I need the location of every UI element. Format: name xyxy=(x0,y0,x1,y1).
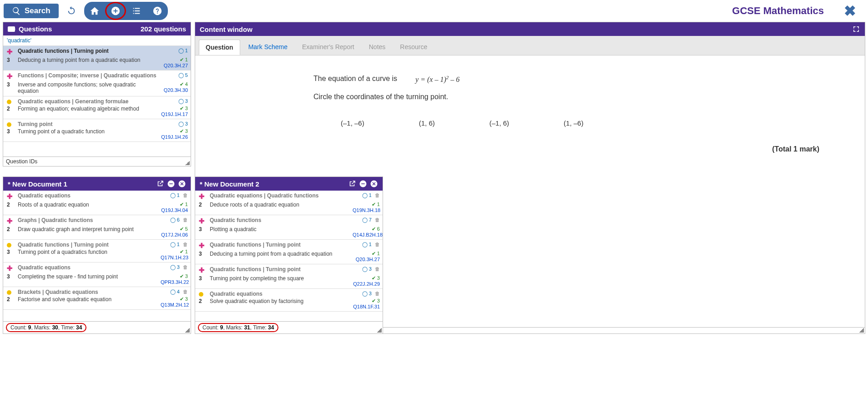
question-item[interactable]: Quadratic functions | Turning point◯ 1 🗑… xyxy=(3,240,191,263)
question-desc: Deducing a turning point from a quadrati… xyxy=(18,57,158,68)
toolbar: Search GCSE Mathematics ✖ xyxy=(0,0,868,22)
check-badge: ✔ 6 xyxy=(372,226,380,232)
search-button[interactable]: Search xyxy=(4,4,59,18)
plus-circle-icon xyxy=(111,6,121,16)
question-item[interactable]: ✚Quadratic functions◯ 7 🗑3Plotting a qua… xyxy=(195,215,383,240)
difficulty: 3 xyxy=(199,275,207,287)
question-id[interactable]: Q20.3H.27 xyxy=(164,63,188,68)
question-desc: Completing the square - find turning poi… xyxy=(18,273,158,285)
popout-icon[interactable] xyxy=(348,180,356,188)
refresh-button[interactable] xyxy=(61,2,81,20)
trash-icon[interactable]: 🗑 xyxy=(375,192,380,198)
question-item[interactable]: Turning point◯ 33Turning point of a quad… xyxy=(3,119,191,142)
expand-icon[interactable] xyxy=(852,25,860,33)
trash-icon[interactable]: 🗑 xyxy=(183,289,188,294)
question-item[interactable]: ✚Quadratic equations◯ 1 🗑2Roots of a qua… xyxy=(3,191,191,215)
close-icon[interactable] xyxy=(178,180,186,188)
question-id[interactable]: Q17N.1H.23 xyxy=(161,255,188,260)
question-title: Turning point xyxy=(18,121,158,127)
question-id[interactable]: Q19N.3H.18 xyxy=(353,207,380,213)
question-item[interactable]: Quadratic equations◯ 3 🗑2Solve quadratic… xyxy=(195,289,383,312)
close-icon[interactable] xyxy=(370,180,378,188)
question-title: Quadratic equations | Quadratic function… xyxy=(210,192,350,201)
check-badge: ✔ 1 xyxy=(180,249,188,254)
question-title: Quadratic equations xyxy=(210,291,350,297)
question-item[interactable]: ✚Quadratic equations | Quadratic functio… xyxy=(195,191,383,215)
trash-icon[interactable]: 🗑 xyxy=(375,291,380,296)
marks-badge: ◯ 7 xyxy=(362,217,372,222)
question-item[interactable]: ✚Functions | Composite; inverse | Quadra… xyxy=(3,71,191,96)
search-icon xyxy=(12,6,21,15)
question-id[interactable]: Q20.3H.27 xyxy=(356,257,380,262)
check-badge: ✔ 3 xyxy=(372,275,380,281)
check-badge: ✔ 3 xyxy=(180,273,188,279)
dot-icon xyxy=(7,122,11,127)
add-button[interactable] xyxy=(105,2,126,20)
questions-footer: Question IDs xyxy=(3,156,191,166)
trash-icon[interactable]: 🗑 xyxy=(375,266,380,272)
question-id[interactable]: Q14J.B2H.18 xyxy=(353,232,383,237)
question-title: Quadratic equations xyxy=(18,264,158,273)
question-item[interactable]: ✚Quadratic functions | Turning point◯ 13… xyxy=(3,46,191,71)
trash-icon[interactable]: 🗑 xyxy=(183,242,188,247)
marks-badge: ◯ 3 xyxy=(178,121,188,126)
trash-icon[interactable]: 🗑 xyxy=(183,264,188,270)
question-id[interactable]: QPR3.3H.22 xyxy=(161,279,189,285)
answer-option[interactable]: (1, 6) xyxy=(419,119,435,127)
questions-list: ✚Quadratic functions | Turning point◯ 13… xyxy=(3,46,191,156)
tab-question[interactable]: Question xyxy=(199,40,240,55)
check-badge: ✔ 5 xyxy=(180,226,188,232)
tab-notes[interactable]: Notes xyxy=(363,40,392,55)
question-id[interactable]: Q19J.1H.17 xyxy=(161,111,188,117)
question-id[interactable]: Q17J.2H.06 xyxy=(161,232,188,237)
question-id[interactable]: Q22J.2H.29 xyxy=(353,281,380,287)
minus-icon[interactable] xyxy=(167,180,175,188)
answer-option[interactable]: (–1, 6) xyxy=(490,119,509,127)
question-id[interactable]: Q19J.1H.26 xyxy=(161,134,188,140)
question-title: Quadratic functions | Turning point xyxy=(210,242,350,250)
minus-icon[interactable] xyxy=(359,180,367,188)
question-id[interactable]: Q13M.2H.12 xyxy=(161,302,189,308)
marks-badge: ◯ 3 xyxy=(178,98,188,104)
plus-icon: ✚ xyxy=(7,192,15,201)
trash-icon[interactable]: 🗑 xyxy=(183,217,188,222)
doc1-list: ✚Quadratic equations◯ 1 🗑2Roots of a qua… xyxy=(3,191,191,321)
difficulty: 2 xyxy=(7,106,15,117)
popout-icon[interactable] xyxy=(156,180,164,188)
close-button[interactable]: ✖ xyxy=(836,2,864,20)
question-desc: Inverse and composite functions; solve q… xyxy=(18,81,158,94)
question-item[interactable]: ✚Quadratic equations◯ 3 🗑3Completing the… xyxy=(3,263,191,287)
question-desc: Roots of a quadratic equation xyxy=(18,202,158,213)
help-button[interactable] xyxy=(147,2,168,20)
answer-option[interactable]: (–1, –6) xyxy=(341,119,364,127)
trash-icon[interactable]: 🗑 xyxy=(183,192,188,198)
question-item[interactable]: ✚Quadratic functions | Turning point◯ 3 … xyxy=(195,264,383,289)
trash-icon[interactable]: 🗑 xyxy=(375,217,380,222)
brand-title: GCSE Mathematics xyxy=(732,5,833,17)
toolbar-cluster xyxy=(84,2,168,20)
question-id[interactable]: Q20.3H.30 xyxy=(164,87,188,93)
list-button[interactable] xyxy=(126,2,147,20)
question-item[interactable]: Quadratic equations | Generating formula… xyxy=(3,96,191,119)
question-id[interactable]: Q19J.3H.04 xyxy=(161,207,188,213)
question-title: Functions | Composite; inverse | Quadrat… xyxy=(18,72,158,81)
check-badge: ✔ 4 xyxy=(180,81,188,87)
difficulty: 3 xyxy=(7,81,15,94)
refresh-icon xyxy=(66,6,76,16)
tab-resource[interactable]: Resource xyxy=(394,40,434,55)
question-desc: Turning point of a quadratics function xyxy=(18,249,158,260)
question-item[interactable]: Brackets | Quadratic equations◯ 4 🗑2Fact… xyxy=(3,287,191,310)
plus-icon: ✚ xyxy=(199,192,207,201)
question-title: Quadratic functions | Turning point xyxy=(18,242,158,248)
difficulty: 3 xyxy=(7,57,15,68)
answer-option[interactable]: (1, –6) xyxy=(564,119,583,127)
tab-examiner-s-report[interactable]: Examiner's Report xyxy=(296,40,361,55)
content-tabs: QuestionMark SchemeExaminer's ReportNote… xyxy=(195,36,865,56)
tab-mark-scheme[interactable]: Mark Scheme xyxy=(242,40,294,55)
question-item[interactable]: ✚Quadratic functions | Turning point◯ 1 … xyxy=(195,240,383,264)
question-item[interactable]: ✚Graphs | Quadratic functions◯ 6 🗑2Draw … xyxy=(3,215,191,240)
questions-title: Questions xyxy=(19,25,52,33)
trash-icon[interactable]: 🗑 xyxy=(375,242,380,247)
home-button[interactable] xyxy=(84,2,105,20)
question-id[interactable]: Q18N.1F.31 xyxy=(353,304,380,309)
